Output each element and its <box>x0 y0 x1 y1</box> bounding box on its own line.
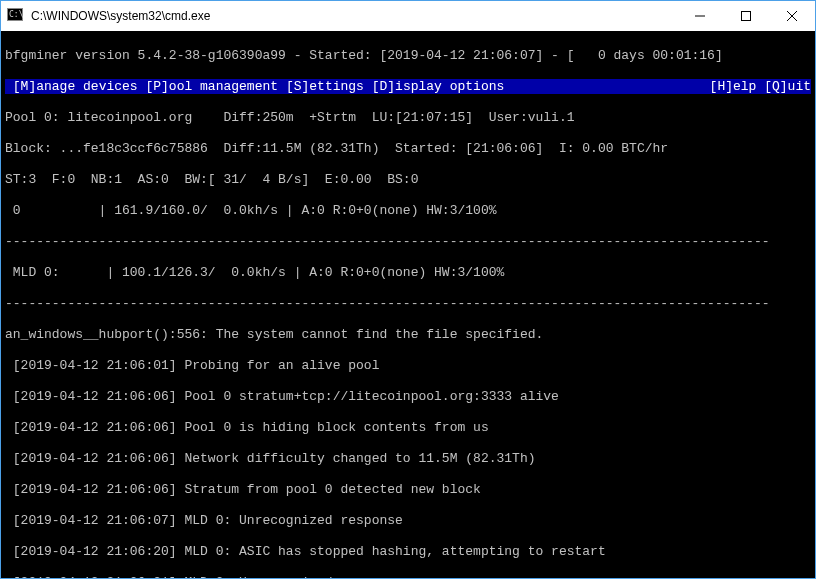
menu-quit[interactable]: [Q]uit <box>764 79 811 94</box>
close-button[interactable] <box>769 1 815 31</box>
log-line: [2019-04-12 21:06:01] Probing for an ali… <box>5 358 811 374</box>
menu-help[interactable]: [H]elp <box>710 79 765 94</box>
cmd-window: C:\ C:\WINDOWS\system32\cmd.exe bfgminer… <box>0 0 816 579</box>
menu-pool[interactable]: [P]ool management <box>145 79 285 94</box>
pool-line: Pool 0: litecoinpool.org Diff:250m +Strt… <box>5 110 811 126</box>
menu-display[interactable]: [D]isplay options <box>372 79 505 94</box>
console-output[interactable]: bfgminer version 5.4.2-38-g106390a99 - S… <box>1 31 815 578</box>
maximize-button[interactable] <box>723 1 769 31</box>
log-line: an_windows__hubport():556: The system ca… <box>5 327 811 343</box>
log-line: [2019-04-12 21:06:06] Network difficulty… <box>5 451 811 467</box>
svg-text:C:\: C:\ <box>9 10 23 19</box>
dash-line-1: ----------------------------------------… <box>5 234 811 250</box>
sum-line: 0 | 161.9/160.0/ 0.0kh/s | A:0 R:0+0(non… <box>5 203 811 219</box>
log-line: [2019-04-12 21:06:07] MLD 0: Unrecognize… <box>5 513 811 529</box>
dash-line-2: ----------------------------------------… <box>5 296 811 312</box>
log-line: [2019-04-12 21:06:21] MLD 0: Unrecognize… <box>5 575 811 579</box>
menu-settings[interactable]: [S]ettings <box>286 79 372 94</box>
cmd-icon: C:\ <box>1 8 29 24</box>
menu-manage[interactable]: [M]anage devices <box>13 79 146 94</box>
window-buttons <box>677 1 815 31</box>
header-line: bfgminer version 5.4.2-38-g106390a99 - S… <box>5 48 811 64</box>
log-line: [2019-04-12 21:06:06] Stratum from pool … <box>5 482 811 498</box>
st-line: ST:3 F:0 NB:1 AS:0 BW:[ 31/ 4 B/s] E:0.0… <box>5 172 811 188</box>
window-title: C:\WINDOWS\system32\cmd.exe <box>29 9 677 23</box>
titlebar[interactable]: C:\ C:\WINDOWS\system32\cmd.exe <box>1 1 815 31</box>
minimize-button[interactable] <box>677 1 723 31</box>
svg-rect-3 <box>742 12 751 21</box>
block-line: Block: ...fe18c3ccf6c75886 Diff:11.5M (8… <box>5 141 811 157</box>
log-line: [2019-04-12 21:06:06] Pool 0 stratum+tcp… <box>5 389 811 405</box>
log-line: [2019-04-12 21:06:06] Pool 0 is hiding b… <box>5 420 811 436</box>
mld-line: MLD 0: | 100.1/126.3/ 0.0kh/s | A:0 R:0+… <box>5 265 811 281</box>
menu-bar: [M]anage devices [P]ool management [S]et… <box>5 79 811 95</box>
log-line: [2019-04-12 21:06:20] MLD 0: ASIC has st… <box>5 544 811 560</box>
